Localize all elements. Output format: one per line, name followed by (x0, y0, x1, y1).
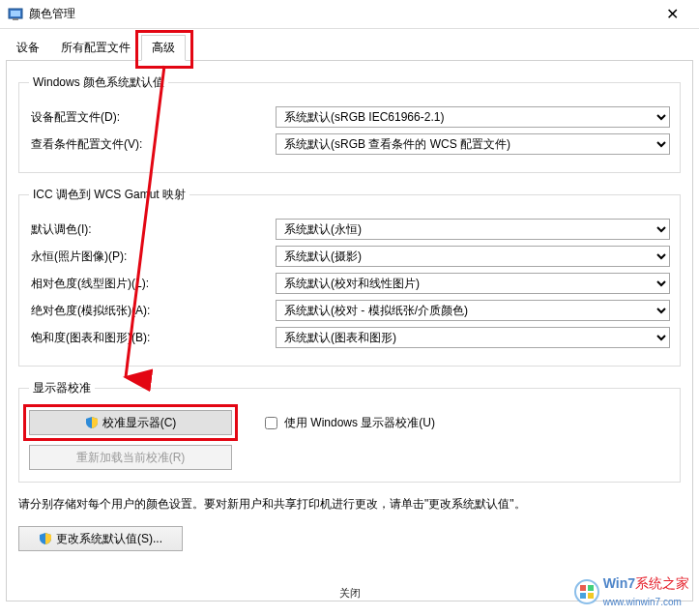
watermark-brand-en: Win7 (603, 575, 635, 591)
watermark-url: www.winwin7.com (603, 597, 682, 607)
watermark: Win7系统之家 www.winwin7.com (574, 575, 689, 608)
viewing-profile-label: 查看条件配置文件(V): (29, 136, 276, 153)
group-windows-defaults-legend: Windows 颜色系统默认值 (29, 74, 168, 91)
saturation-select[interactable]: 系统默认(图表和图形) (276, 327, 670, 348)
calibrate-display-button[interactable]: 校准显示器(C) (29, 410, 232, 435)
use-wcs-label: 使用 Windows 显示器校准(U) (284, 415, 435, 431)
relative-select[interactable]: 系统默认(校对和线性图片) (276, 273, 670, 294)
default-intent-label: 默认调色(I): (29, 221, 276, 238)
change-system-defaults-label: 更改系统默认值(S)... (56, 531, 162, 547)
calibrate-display-label: 校准显示器(C) (102, 415, 177, 431)
shield-icon (39, 532, 52, 545)
perceptual-select[interactable]: 系统默认(摄影) (276, 246, 670, 267)
titlebar: 颜色管理 ✕ (0, 0, 699, 29)
group-icc-gamut-legend: ICC 调色到 WCS Gamut 映射 (29, 187, 189, 203)
advanced-panel: Windows 颜色系统默认值 设备配置文件(D): 系统默认(sRGB IEC… (6, 60, 693, 601)
change-system-defaults-button[interactable]: 更改系统默认值(S)... (18, 526, 183, 551)
reload-calibration-label: 重新加载当前校准(R) (76, 450, 186, 466)
svg-rect-1 (11, 11, 20, 16)
use-wcs-checkbox[interactable] (265, 417, 277, 429)
default-intent-select[interactable]: 系统默认(永恒) (276, 219, 670, 240)
tab-all-profiles[interactable]: 所有配置文件 (50, 35, 141, 61)
shield-icon (85, 416, 99, 429)
reload-calibration-button: 重新加载当前校准(R) (29, 445, 232, 470)
device-profile-label: 设备配置文件(D): (29, 109, 276, 126)
svg-rect-5 (588, 585, 594, 591)
use-wcs-checkbox-wrap[interactable]: 使用 Windows 显示器校准(U) (261, 414, 435, 432)
close-button[interactable]: ✕ (653, 5, 691, 23)
window-title: 颜色管理 (29, 6, 75, 22)
device-profile-select[interactable]: 系统默认(sRGB IEC61966-2.1) (276, 106, 670, 128)
watermark-brand-cn: 系统之家 (635, 575, 689, 591)
relative-label: 相对色度(线型图片)(L): (29, 276, 276, 292)
tab-device[interactable]: 设备 (6, 35, 50, 61)
windows-flag-icon (574, 579, 599, 604)
absolute-label: 绝对色度(模拟纸张)(A): (29, 303, 276, 319)
group-icc-gamut: ICC 调色到 WCS Gamut 映射 默认调色(I):系统默认(永恒) 永恒… (18, 187, 681, 367)
svg-rect-4 (580, 585, 586, 591)
group-display-calibration: 显示器校准 校准显示器(C) 使用 Windows 显示器校准(U) 重新加载当… (18, 380, 681, 483)
svg-rect-2 (13, 18, 18, 20)
app-icon (8, 7, 23, 22)
svg-rect-7 (588, 593, 594, 599)
viewing-profile-select[interactable]: 系统默认(sRGB 查看条件的 WCS 配置文件) (276, 133, 670, 155)
tab-advanced[interactable]: 高级 (141, 35, 186, 61)
note-text: 请分别存储对每个用户的颜色设置。要对新用户和共享打印机进行更改，请单击"更改系统… (18, 496, 681, 513)
group-display-calibration-legend: 显示器校准 (29, 380, 95, 396)
svg-rect-6 (580, 593, 586, 599)
absolute-select[interactable]: 系统默认(校对 - 模拟纸张/介质颜色) (276, 300, 670, 321)
perceptual-label: 永恒(照片图像)(P): (29, 249, 276, 265)
tab-strip: 设备 所有配置文件 高级 (0, 29, 699, 61)
footer-close-text: 关闭 (339, 586, 361, 601)
group-windows-defaults: Windows 颜色系统默认值 设备配置文件(D): 系统默认(sRGB IEC… (18, 74, 681, 173)
saturation-label: 饱和度(图表和图形)(B): (29, 330, 276, 346)
